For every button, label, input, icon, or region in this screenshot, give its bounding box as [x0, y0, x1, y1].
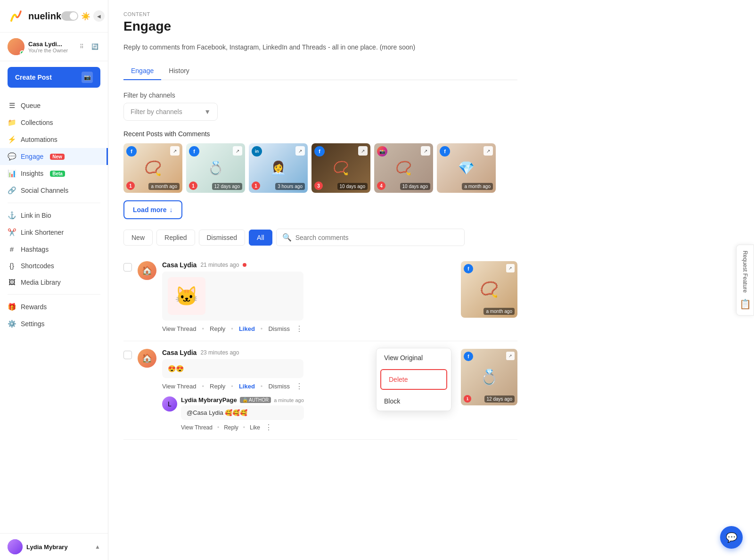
logo: nuelink [8, 8, 61, 25]
reply-like-link[interactable]: Like [250, 424, 260, 431]
comment-checkbox[interactable] [123, 351, 132, 359]
user-profile[interactable]: Lydia Mybrary ▲ [8, 539, 100, 554]
post-thumbnail[interactable]: f ↗ 1 12 days ago 💍 [186, 143, 245, 193]
sidebar-item-social-channels[interactable]: 🔗 Social Channels [0, 182, 108, 199]
sidebar-item-media-library[interactable]: 🖼 Media Library [0, 274, 108, 290]
author-badge: 🔒 AUTHOR [240, 397, 271, 403]
sidebar-item-engage[interactable]: 💬 Engage New [0, 148, 108, 165]
post-thumbnail[interactable]: f ↗ 3 10 days ago 📿 [311, 143, 370, 193]
sidebar-item-rewards[interactable]: 🎁 Rewards [0, 298, 108, 315]
channel-filter-select[interactable]: Filter by channels ▼ [123, 103, 218, 121]
thumb-expand-icon[interactable]: ↗ [506, 352, 515, 360]
queue-icon: ☰ [8, 101, 16, 110]
chat-support-button[interactable]: 💬 [720, 526, 743, 549]
sidebar-item-insights[interactable]: 📊 Insights Beta [0, 165, 108, 182]
sticker-image: 🐱 [168, 277, 205, 315]
logo-icon [8, 8, 25, 25]
post-thumbnail[interactable]: 📸 ↗ 4 10 days ago 📿 [374, 143, 433, 193]
sidebar-item-insights-label: Insights [21, 170, 43, 177]
comment-author: Casa Lydia [162, 261, 197, 269]
reply-more-options-button[interactable]: ⋮ [265, 423, 272, 432]
filter-new-button[interactable]: New [123, 230, 153, 246]
load-more-button[interactable]: Load more ↓ [123, 200, 182, 219]
view-thread-link[interactable]: View Thread [162, 383, 197, 390]
expand-icon[interactable]: ↗ [233, 146, 242, 156]
sidebar-item-engage-label: Engage [21, 153, 43, 160]
post-thumbnail[interactable]: f ↗ 1 a month ago 📿 [123, 143, 182, 193]
post-thumbnail-preview[interactable]: 💍 f ↗ 1 12 days ago [461, 349, 517, 405]
tab-bar: Engage History [123, 62, 517, 80]
sidebar-item-link-in-bio[interactable]: ⚓ Link in Bio [0, 207, 108, 224]
sidebar-item-collections[interactable]: 📁 Collections [0, 114, 108, 131]
expand-icon[interactable]: ↗ [358, 146, 368, 156]
dismiss-link[interactable]: Dismiss [268, 325, 290, 332]
posts-grid: f ↗ 1 a month ago 📿 f ↗ 1 12 days ago 💍 … [123, 143, 517, 193]
more-options-button[interactable]: ⋮ [295, 382, 303, 391]
sidebar-item-hashtags[interactable]: # Hashtags [0, 241, 108, 257]
sidebar-item-collections-label: Collections [21, 119, 53, 126]
sidebar-item-automations[interactable]: ⚡ Automations [0, 131, 108, 148]
liked-link[interactable]: Liked [239, 325, 255, 332]
right-sidebar: Request Feature 📋 [736, 245, 754, 316]
reply-view-thread-link[interactable]: View Thread [181, 424, 213, 431]
filter-all-button[interactable]: All [249, 230, 272, 246]
filter-replied-button[interactable]: Replied [156, 230, 195, 246]
block-menu-item[interactable]: Block [377, 392, 451, 411]
create-post-button[interactable]: Create Post 📷 [8, 67, 100, 88]
account-name: Casa Lydi... [28, 41, 72, 48]
comment-search-input[interactable] [295, 234, 459, 241]
page-title: Engage [123, 19, 517, 34]
request-feature-button[interactable]: Request Feature 📋 [736, 245, 754, 316]
sidebar-item-hashtags-label: Hashtags [21, 246, 49, 253]
reply-link[interactable]: Reply [210, 383, 225, 390]
sidebar-item-link-shortener[interactable]: ✂️ Link Shortener [0, 224, 108, 241]
expand-icon[interactable]: ↗ [421, 146, 430, 156]
comment-filter-bar: New Replied Dismissed All 🔍 [123, 229, 517, 246]
filter-dismissed-button[interactable]: Dismissed [199, 230, 246, 246]
search-icon: 🔍 [282, 233, 292, 242]
sidebar-item-settings[interactable]: ⚙️ Settings [0, 315, 108, 332]
refresh-icon[interactable]: 🔄 [89, 41, 100, 52]
post-thumbnail[interactable]: f ↗ a month ago 💎 [437, 143, 496, 193]
account-info: Casa Lydi... You're the Owner [28, 41, 72, 53]
comments-list: 🏠 Casa Lydia 21 minutes ago 🐱 View Threa… [123, 254, 517, 440]
expand-icon[interactable]: ↗ [295, 146, 305, 156]
tab-engage[interactable]: Engage [123, 62, 161, 80]
profile-name: Lydia Mybrary [26, 544, 91, 551]
dismiss-link[interactable]: Dismiss [268, 383, 290, 390]
grid-icon[interactable]: ⠿ [76, 41, 87, 52]
recent-posts-label: Recent Posts with Comments [123, 130, 517, 138]
reply-author: Lydia MybraryPage [181, 396, 237, 404]
collapse-sidebar-button[interactable]: ◀ [93, 10, 105, 22]
sidebar-item-queue[interactable]: ☰ Queue [0, 97, 108, 114]
link-in-bio-icon: ⚓ [8, 211, 16, 220]
tab-history[interactable]: History [161, 62, 197, 80]
delete-menu-item[interactable]: Delete [380, 369, 447, 390]
comment-item: 🏠 Casa Lydia 21 minutes ago 🐱 View Threa… [123, 254, 517, 341]
reply-link[interactable]: Reply [210, 325, 225, 332]
post-time: a month ago [148, 183, 180, 190]
thumb-expand-icon[interactable]: ↗ [506, 264, 515, 272]
post-time: 10 days ago [337, 183, 368, 190]
post-thumbnail-preview[interactable]: 📿 f ↗ a month ago [461, 261, 517, 318]
expand-icon[interactable]: ↗ [484, 146, 493, 156]
more-options-button[interactable]: ⋮ [295, 324, 303, 333]
liked-link[interactable]: Liked [239, 383, 255, 390]
comment-avatar: 🏠 [138, 261, 156, 280]
engage-new-badge: New [50, 154, 65, 160]
sidebar-item-automations-label: Automations [21, 136, 57, 143]
thumb-count-badge: 1 [464, 395, 471, 403]
sidebar-item-social-channels-label: Social Channels [21, 187, 68, 194]
view-thread-link[interactable]: View Thread [162, 325, 197, 332]
post-thumbnail[interactable]: in ↗ 1 3 hours ago 👩‍💼 [249, 143, 308, 193]
account-section: Casa Lydi... You're the Owner ⠿ 🔄 [0, 33, 108, 61]
create-post-icon: 📷 [82, 72, 93, 83]
comment-checkbox[interactable] [123, 263, 132, 272]
sidebar-item-queue-label: Queue [21, 102, 41, 109]
reply-reply-link[interactable]: Reply [224, 424, 238, 431]
sidebar-item-link-shortener-label: Link Shortener [21, 229, 64, 236]
sidebar-item-shortcodes[interactable]: {} Shortcodes [0, 257, 108, 274]
theme-toggle[interactable] [61, 11, 78, 21]
expand-icon[interactable]: ↗ [170, 146, 180, 156]
view-original-menu-item[interactable]: View Original [377, 348, 451, 367]
